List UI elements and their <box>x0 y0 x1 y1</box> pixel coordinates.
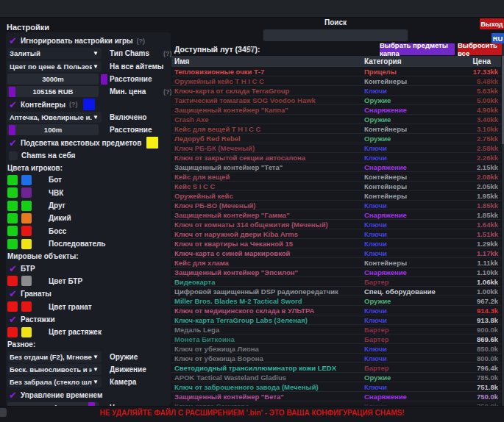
table-row[interactable]: Защищенный контейнер "Гамма" Снаряжение … <box>171 210 501 220</box>
table-row[interactable]: Защищенный контейнер "Эпсилон" Снаряжени… <box>171 268 501 277</box>
field-label: Тип Chams <box>110 49 149 57</box>
help-icon[interactable]: (?) <box>69 101 78 108</box>
help-icon[interactable]: (?) <box>137 37 146 45</box>
table-row[interactable]: Ледоруб Red Rebel Оружие 2.75kk <box>171 134 501 143</box>
table-row[interactable]: Оружейный кейс Контейнеры 1.95kk <box>171 191 501 201</box>
drop-all-button[interactable]: Выбросить все <box>458 43 504 55</box>
checkbox-btr[interactable]: ✔ БТР <box>7 262 171 275</box>
table-row[interactable]: Ключ от медицинского склада в УЛЬТРА Клю… <box>171 306 501 315</box>
checkbox-containers[interactable]: ✔ Контейнеры (?) <box>7 99 171 111</box>
dropdown-value: Залитый <box>10 49 40 57</box>
select-kappa-button[interactable]: Выбрать предметы каппа <box>380 43 455 55</box>
quest-color-swatch[interactable] <box>146 137 158 149</box>
table-row[interactable]: Ключ от убежища Ворона Ключи 800.0k <box>171 354 501 363</box>
checkbox-chams-self[interactable]: Chams на себя <box>7 149 171 162</box>
table-row[interactable]: Miller Bros. Blades M-2 Tactical Sword О… <box>171 296 501 306</box>
column-header-name[interactable]: Имя <box>171 57 364 65</box>
item-name: Видеокарта <box>171 278 364 286</box>
color-swatch[interactable] <box>7 276 18 286</box>
table-row[interactable]: Цифровой защищенный DSP радиопередатчик … <box>171 287 501 296</box>
table-row[interactable]: Ключ от убежища Лиона Ключи 850.0k <box>171 344 501 354</box>
dropdown-value: Беск. выносливость и нет уста <box>10 365 92 373</box>
color-swatch[interactable] <box>21 226 32 236</box>
containers-color-swatch[interactable] <box>83 99 95 110</box>
search-input[interactable] <box>263 29 408 41</box>
color-swatch[interactable] <box>21 327 32 337</box>
item-price: 3.10kk <box>460 125 501 133</box>
checkbox-ignore-game-settings[interactable]: ✔ Игнорировать настройки игры (?) <box>7 35 171 47</box>
item-category: Бартер <box>364 326 460 334</box>
color-swatch[interactable] <box>21 201 32 211</box>
color-swatch[interactable] <box>21 276 32 286</box>
table-row[interactable]: Тепловизионные очки Т-7 Прицелы 17.33kk <box>171 67 501 76</box>
checkbox-label: Управление временем <box>21 391 102 399</box>
checkbox-quest-highlight[interactable]: ✔ Подсветка квестовых предметов <box>7 137 171 149</box>
table-row[interactable]: Защищенный контейнер "Бета" Снаряжение 7… <box>171 392 501 401</box>
color-swatch[interactable] <box>21 175 32 185</box>
color-swatch[interactable] <box>7 187 18 198</box>
corner-handle[interactable] <box>0 408 7 417</box>
checkbox-label: БТР <box>21 265 35 273</box>
table-row[interactable]: Защищенный контейнер "Тета" Снаряжение 2… <box>171 162 501 172</box>
table-row[interactable]: Кейс S I C C Контейнеры 2.05kk <box>171 182 501 191</box>
item-name: Монета Биткоина <box>171 335 364 343</box>
slider-handle[interactable] <box>9 125 15 135</box>
table-row[interactable]: Ключ-карта TerraGroup Labs (Зеленая) Клю… <box>171 315 501 325</box>
table-row[interactable]: Медаль Lega Бартер 900.0k <box>171 325 501 335</box>
camera-dropdown[interactable]: Без забрала (стекло шлема) ▼ <box>7 376 102 387</box>
table-row[interactable]: Crash Axe Оружие 3.40kk <box>171 115 501 124</box>
containers-distance-slider[interactable]: 100m <box>7 124 99 135</box>
table-row[interactable]: Кейс для вещей Контейнеры 2.08kk <box>171 172 501 182</box>
color-swatch[interactable] <box>21 187 32 198</box>
misc-title: Разное: <box>7 339 171 351</box>
table-row[interactable]: Ключ РБ-БК (Меченый) Ключи 2.58kk <box>171 143 501 153</box>
table-row[interactable]: Ключ-карта от склада TerraGroup Ключи 5.… <box>171 86 501 96</box>
table-row[interactable]: Монета Биткоина Бартер 869.6k <box>171 335 501 344</box>
color-swatch[interactable] <box>7 213 18 223</box>
table-row[interactable]: Ключ РБ-ВО (Меченый) Ключи 1.85kk <box>171 201 501 210</box>
checkbox-tripwires[interactable]: ✔ Растяжки <box>7 313 171 326</box>
slider-handle[interactable] <box>101 74 107 85</box>
camera-row: Без забрала (стекло шлема) ▼ Камера <box>7 376 171 388</box>
slider-handle[interactable] <box>9 87 15 97</box>
table-row[interactable]: Ключ от закрытой секции автосалона Ключи… <box>171 153 501 162</box>
column-header-category[interactable]: Категория <box>364 57 460 65</box>
movement-dropdown[interactable]: Беск. выносливость и нет уста ▼ <box>7 364 102 375</box>
table-row[interactable]: Ключ от наружной двери Kiba Arms Ключи 1… <box>171 229 501 239</box>
color-swatch[interactable] <box>7 201 18 211</box>
table-row[interactable]: Видеокарта Бартер 1.06kk <box>171 277 501 287</box>
color-swatch[interactable] <box>7 239 18 249</box>
table-header: Имя Категория Цена <box>171 56 501 67</box>
weapon-dropdown[interactable]: Без отдачи (F2), Мгновенное п ▼ <box>7 351 102 362</box>
checkbox-time-control[interactable]: ✔ Управление временем <box>7 389 171 401</box>
containers-filter-dropdown[interactable]: Аптечка, Ювелирные и... ▼ <box>7 112 102 123</box>
color-swatch[interactable] <box>7 175 18 185</box>
color-swatch[interactable] <box>21 239 32 249</box>
distance-slider[interactable]: 3000m <box>7 74 99 85</box>
checkbox-grenades[interactable]: ✔ Гранаты <box>7 287 171 300</box>
help-icon[interactable]: (?) <box>163 88 172 96</box>
table-row[interactable]: Ключ от комнаты 314 общежития (Меченый) … <box>171 220 501 229</box>
table-row[interactable]: APOK Tactical Wasteland Gladius Оружие 7… <box>171 373 501 382</box>
help-icon[interactable]: (?) <box>246 46 255 53</box>
color-swatch[interactable] <box>7 327 18 337</box>
table-row[interactable]: Ключ от квартиры на Чеканной 15 Ключи 1.… <box>171 239 501 248</box>
table-row[interactable]: Кейс для хлама Контейнеры 1.11kk <box>171 258 501 268</box>
table-row[interactable]: Тактический томагавк SOG Voodoo Hawk Ору… <box>171 96 501 105</box>
table-row[interactable]: Кейс для вещей T H I C C Контейнеры 3.10… <box>171 124 501 134</box>
help-icon[interactable]: (?) <box>163 50 172 57</box>
table-row[interactable]: Светодиодный трансиллюминатор кожи LEDX … <box>171 363 501 373</box>
column-header-price[interactable]: Цена <box>460 57 501 65</box>
color-swatch[interactable] <box>21 213 32 223</box>
table-row[interactable]: Защищенный контейнер "Каппа" Снаряжение … <box>171 105 501 115</box>
color-swatch[interactable] <box>21 301 32 312</box>
chams-type-dropdown[interactable]: Залитый ▼ <box>7 48 102 59</box>
table-row[interactable]: Оружейный кейс T H I C C Контейнеры 8.48… <box>171 76 501 86</box>
table-row[interactable]: Ключ от заброшенного завода (Меченый) Кл… <box>171 382 501 392</box>
exit-button[interactable]: Выход <box>480 18 504 29</box>
table-row[interactable]: Ключ-карта с синей маркировкой Ключи 1.1… <box>171 248 501 258</box>
min-price-slider[interactable]: 105156 RUB <box>7 86 99 97</box>
color-swatch[interactable] <box>7 226 18 236</box>
color-swatch[interactable] <box>7 301 18 312</box>
all-items-dropdown[interactable]: Цвет по цене & Пользователь ▼ <box>7 61 102 72</box>
